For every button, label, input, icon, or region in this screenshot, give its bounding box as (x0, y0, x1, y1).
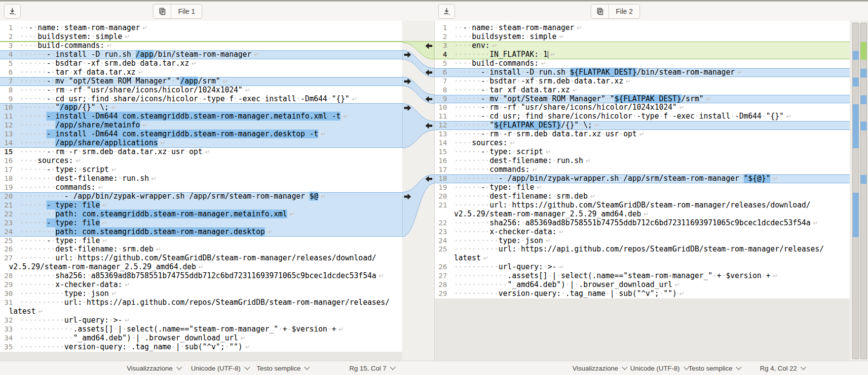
right-editor-pane[interactable]: 1··-·name:·steam-rom-manager↵2····builds… (434, 21, 850, 361)
code-line[interactable]: 14····sources:↵ (435, 139, 850, 148)
cursor-position-button[interactable]: Rg 4, Col 22 (760, 361, 805, 375)
code-line[interactable]: 7······-·mv·"opt/Steam·ROM·Manager"·"/ap… (0, 77, 402, 86)
encoding-menu-button[interactable]: Unicode (UTF-8) (630, 361, 688, 375)
code-line[interactable]: 13······-·rm·-r·srm.deb·data.tar.xz·usr·… (435, 130, 850, 139)
code-line[interactable]: 20········dest-filename:·srm.deb↵ (435, 192, 850, 201)
code-line[interactable]: 3····env:↵ (435, 42, 850, 50)
chunk-map-file2[interactable] (860, 23, 867, 359)
code-line[interactable]: 7······-·bsdtar·-xf·srm.deb·data.tar.xz↵ (435, 77, 850, 86)
code-line[interactable]: 15······-·rm·-r·srm.deb·data.tar.xz·usr·… (0, 148, 402, 157)
code-line[interactable]: 24········path:·com.steamgriddb.steam-ro… (0, 228, 402, 237)
code-line[interactable]: 26··········url-query:·>-↵ (435, 263, 850, 272)
code-line[interactable]: 2····buildsystem:·simple↵ (0, 33, 402, 42)
eol-marker: ↵ (318, 130, 326, 138)
code-line[interactable]: 6······-·install·-D·run.sh·${FLATPAK_DES… (435, 68, 850, 77)
code-line[interactable]: 12········/app/share/metainfo↵ (0, 121, 402, 130)
code-line[interactable]: latest↵ (0, 307, 402, 316)
code-line[interactable]: 34············"_amd64.deb")·|·.browser_d… (0, 334, 402, 343)
line-text: ········commands:↵ (447, 166, 850, 174)
code-line[interactable]: 21········url:·https://github.com/SteamG… (435, 201, 850, 210)
line-text: ······-·install·-Dm644·com.steamgriddb.s… (13, 112, 402, 121)
code-line[interactable]: 21······-·type:·file↵ (0, 201, 402, 210)
code-line[interactable]: 20··········-·/app/bin/zypak-wrapper.sh·… (0, 192, 402, 201)
view-menu-button[interactable]: Visualizzazione (572, 361, 627, 375)
code-line[interactable]: 9······-·mv·"opt/Steam·ROM·Manager"·"${F… (435, 95, 850, 104)
filetype-menu-button[interactable]: Testo semplice (257, 361, 309, 375)
code-line[interactable]: 29········x-checker-data:↵ (0, 281, 402, 290)
code-line[interactable]: 28············"_amd64.deb")·|·.browser_d… (435, 281, 850, 290)
code-line[interactable]: 8······-·rm·-rf·"usr/share/icons/hicolor… (0, 86, 402, 95)
view-menu-button[interactable]: Visualizzazione (127, 361, 181, 375)
encoding-menu-button[interactable]: Unicode (UTF-8) (191, 361, 249, 375)
file1-button[interactable]: File 1 (153, 4, 202, 19)
code-line[interactable]: 19······-·type:·file↵ (435, 183, 850, 192)
code-line[interactable]: 5······-·bsdtar·-xf·srm.deb·data.tar.xz↵ (0, 59, 402, 68)
code-line[interactable]: 22········path:·com.steamgriddb.steam-ro… (0, 210, 402, 219)
cursor-position-button[interactable]: Rg 15, Col 7 (349, 361, 395, 375)
code-line[interactable]: 4········IN_FLATPAK:·1↵ (435, 50, 850, 59)
line-text: ··········-·/app/bin/zypak-wrapper.sh·/a… (447, 174, 850, 183)
code-line[interactable]: 22········sha256:·a85369ad8b758551b74755… (435, 219, 850, 228)
code-line[interactable]: 15······-·type:·script↵ (435, 148, 850, 157)
code-line[interactable]: 25······-·type:·file↵ (0, 237, 402, 246)
code-line[interactable]: 17········commands:↵ (435, 166, 850, 174)
save-file1-button[interactable] (4, 4, 21, 19)
code-line[interactable]: 12········"${FLATPAK_DEST}/{}"·\;↵ (435, 121, 850, 130)
filetype-menu-button[interactable]: Testo semplice (688, 361, 741, 375)
code-line[interactable]: 9······-·cd·usr;·find·share/icons/hicolo… (0, 95, 402, 104)
code-line[interactable]: 29··········version-query:·.tag_name·|·s… (435, 290, 850, 298)
code-line[interactable]: v2.5.29/steam-rom-manager_2.5.29_amd64.d… (435, 210, 850, 219)
code-line[interactable]: 1··-·name:·steam-rom-manager↵ (0, 24, 402, 33)
code-line[interactable]: 16····sources:↵ (0, 157, 402, 166)
code-line[interactable]: 33············.assets[]·|·select(.name==… (0, 325, 402, 334)
line-number: 1 (0, 24, 13, 33)
code-line[interactable]: 25··········url:·https://api.github.com/… (435, 245, 850, 254)
code-line[interactable]: 26········dest-filename:·srm.deb↵ (0, 245, 402, 254)
code-line[interactable]: 35··········version-query:·.tag_name·|·s… (0, 343, 402, 352)
code-line[interactable]: 28········sha256:·a85369ad8b758551b74755… (0, 272, 402, 281)
code-line[interactable]: 18··········-·/app/bin/zypak-wrapper.sh·… (435, 174, 850, 183)
code-line[interactable]: 30··········type:·json↵ (0, 290, 402, 298)
code-line[interactable]: 31··········url:·https://api.github.com/… (0, 298, 402, 307)
code-line[interactable]: 10········"/app/{}"·\;↵ (0, 103, 402, 112)
line-text: ··········type:·json↵ (13, 290, 402, 298)
code-line[interactable]: 23······-·type:·file↵ (0, 219, 402, 228)
code-line[interactable]: 11······-·cd·usr;·find·share/icons/hicol… (435, 112, 850, 121)
file2-button[interactable]: File 2 (591, 4, 640, 19)
code-line[interactable]: 24··········type:·json↵ (435, 237, 850, 246)
left-editor-pane[interactable]: 1··-·name:·steam-rom-manager↵2····builds… (0, 21, 402, 361)
code-line[interactable]: 3····build-commands:↵ (0, 42, 402, 50)
line-number: 28 (435, 281, 447, 290)
save-file2-button[interactable] (438, 4, 455, 19)
code-line[interactable]: 6······-·tar·xf·data.tar.xz↵ (0, 68, 402, 77)
code-line[interactable]: 4······-·install·-D·run.sh·/app/bin/stea… (0, 50, 402, 59)
code-line[interactable]: v2.5.29/steam-rom-manager_2.5.29_amd64.d… (0, 263, 402, 272)
code-line[interactable]: 27········url:·https://github.com/SteamG… (0, 254, 402, 263)
line-text: ······-·mv·"opt/Steam·ROM·Manager"·"/app… (13, 77, 402, 86)
code-line[interactable]: 32··········url-query:·>-↵ (0, 316, 402, 325)
chunk-map-file1[interactable] (852, 23, 859, 359)
line-number: 9 (435, 95, 447, 104)
code-line[interactable]: 2····buildsystem:·simple↵ (435, 33, 850, 42)
eol-marker: ↵ (109, 290, 117, 297)
code-line[interactable]: latest↵ (435, 254, 850, 263)
code-line[interactable]: 27············.assets[]·|·select(.name==… (435, 272, 850, 281)
line-text: latest↵ (447, 254, 850, 263)
code-line[interactable]: 19········commands:↵ (0, 183, 402, 192)
code-line[interactable]: 10······-·rm·-rf·"usr/share/icons/hicolo… (435, 103, 850, 112)
code-line[interactable]: 11······-·install·-Dm644·com.steamgriddb… (0, 112, 402, 121)
code-line[interactable]: 13······-·install·-Dm644·com.steamgriddb… (0, 130, 402, 139)
code-line[interactable]: 23········x-checker-data:↵ (435, 228, 850, 237)
code-line[interactable]: 14········/app/share/applications↵ (0, 139, 402, 148)
file2-label: File 2 (609, 4, 640, 18)
line-number: 18 (0, 174, 13, 183)
code-line[interactable]: 1··-·name:·steam-rom-manager↵ (435, 24, 850, 33)
code-line[interactable]: 16········dest-filename:·run.sh↵ (435, 157, 850, 166)
line-number: 6 (0, 68, 13, 77)
code-line[interactable]: 18········dest-filename:·run.sh↵ (0, 174, 402, 183)
line-number: 17 (0, 166, 13, 174)
code-line[interactable]: 5····build-commands:↵ (435, 59, 850, 68)
code-line[interactable]: 17······-·type:·script↵ (0, 166, 402, 174)
code-line[interactable]: 8······-·tar·xf·data.tar.xz↵ (435, 86, 850, 95)
eol-marker: ↵ (149, 175, 157, 182)
